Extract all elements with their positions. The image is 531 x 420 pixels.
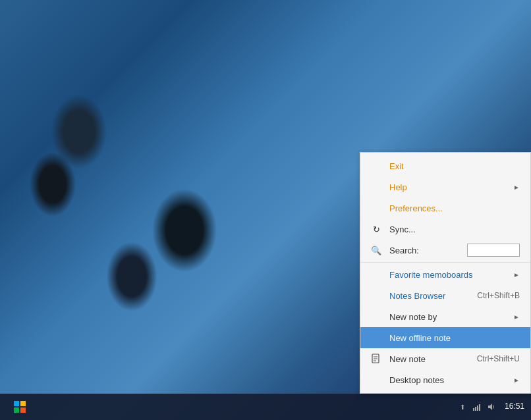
menu-item-preferences[interactable]: Preferences... [360,197,530,219]
desktop: Exit Help ► Preferences... ↻ Sync... 🔍 S… [0,0,531,420]
windows-logo-icon [14,401,26,413]
taskbar-right: ⬆ 16:51 [457,402,527,412]
menu-item-sync-label: Sync... [389,224,520,234]
menu-item-new-note-by-label: New note by [389,312,508,322]
menu-item-search: 🔍 Search: [360,240,530,261]
menu-item-desktop-notes[interactable]: Desktop notes ► [360,369,530,390]
clock-time: 16:51 [505,402,524,412]
new-note-icon [370,352,383,365]
menu-item-new-note[interactable]: New note Ctrl+Shift+U [360,348,530,369]
menu-item-new-note-shortcut: Ctrl+Shift+U [477,354,520,363]
menu-separator-1 [360,262,530,263]
menu-item-exit[interactable]: Exit [360,155,530,176]
menu-item-notes-browser[interactable]: Notes Browser Ctrl+Shift+B [360,285,530,306]
chevron-right-icon: ► [513,184,520,191]
menu-item-favorite-memoboards-label: Favorite memoboards [389,270,508,280]
svg-rect-7 [20,407,26,413]
tray-icon-1[interactable]: ⬆ [457,402,468,412]
volume-icon [487,402,496,411]
sync-icon: ↻ [370,223,383,236]
svg-rect-6 [14,407,19,413]
clock[interactable]: 16:51 [502,402,527,412]
menu-item-favorite-memoboards[interactable]: Favorite memoboards ► [360,264,530,285]
menu-item-new-offline-note-label: New offline note [389,333,520,343]
search-icon: 🔍 [370,244,383,257]
svg-rect-8 [473,408,474,411]
start-button[interactable] [4,394,36,420]
menu-item-desktop-notes-label: Desktop notes [389,375,508,385]
search-input[interactable] [467,244,520,257]
menu-item-exit-label: Exit [389,161,520,171]
taskbar-left [4,394,36,420]
tray-icon-volume[interactable] [486,402,497,412]
menu-item-new-note-label: New note [389,354,464,364]
network-icon [472,403,482,411]
menu-item-sync[interactable]: ↻ Sync... [360,219,530,240]
chevron-right-icon-3: ► [513,313,520,321]
taskbar: ⬆ 16:51 [0,394,531,420]
menu-item-notes-browser-shortcut: Ctrl+Shift+B [477,291,520,300]
svg-rect-4 [14,401,19,406]
menu-item-preferences-label: Preferences... [389,203,520,213]
chevron-right-icon-2: ► [513,271,520,278]
svg-rect-5 [20,401,26,406]
svg-rect-11 [479,404,480,411]
menu-item-help-label: Help [389,182,508,192]
svg-marker-12 [488,404,492,410]
menu-item-help[interactable]: Help ► [360,176,530,197]
svg-rect-10 [477,406,478,411]
menu-item-search-label: Search: [389,246,464,255]
svg-rect-9 [475,407,476,411]
chevron-right-icon-4: ► [513,377,520,384]
system-tray: ⬆ [457,402,497,412]
menu-item-new-offline-note[interactable]: New offline note [360,327,530,348]
menu-item-notes-browser-label: Notes Browser [389,291,464,301]
menu-item-new-note-by[interactable]: New note by ► [360,306,530,327]
context-menu: Exit Help ► Preferences... ↻ Sync... 🔍 S… [360,152,531,394]
tray-icon-2[interactable] [472,402,482,412]
